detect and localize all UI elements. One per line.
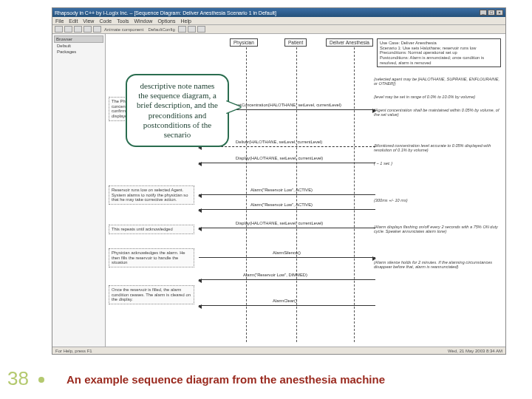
message-arrow: Display(HALOTHANE, setLevel, currentLeve… <box>199 226 375 233</box>
usecase-note: Use Case: Deliver Anesthesia Scenario 1:… <box>377 38 501 67</box>
slide-number: 38 <box>7 367 29 390</box>
right-annotation: {level may be set in range of 0.0% to 10… <box>374 95 501 99</box>
message-label: Display(HALOTHANE, setLevel, currentLeve… <box>236 221 323 225</box>
close-icon[interactable]: × <box>496 10 503 16</box>
usecase-line: Scenario 1: Use sets Halothane; reservoi… <box>380 46 498 51</box>
workspace: Browser Default Packages Physician Patie… <box>52 34 505 347</box>
toolbar-button[interactable] <box>83 26 92 33</box>
status-bar: For Help, press F1 Wed, 21 May 2003 8:34… <box>52 347 505 354</box>
toolbar-button[interactable] <box>197 26 205 33</box>
toolbar-combo[interactable]: Animate component <box>103 27 145 32</box>
left-annotation: Reservoir runs low on selected Agent. Sy… <box>109 185 194 205</box>
left-annotation: This repeats until acknowledged <box>109 225 194 234</box>
left-annotation: Once the reservoir is filled, the alarm … <box>109 285 194 304</box>
lifeline-patient[interactable]: Patient <box>284 38 307 47</box>
message-arrow: Alarm("Reservoir Low", DIMMED) <box>199 278 375 285</box>
slide-bullet-icon <box>38 377 44 383</box>
message-arrow: Alarm("Reservoir Low", ACTIVE) <box>199 208 375 215</box>
menu-help[interactable]: Help <box>181 18 191 24</box>
usecase-line: Preconditions: Normal operational set up <box>380 50 498 55</box>
maximize-icon[interactable]: □ <box>488 10 495 16</box>
toolbar-combo[interactable]: DefaultConfig <box>146 27 176 32</box>
menu-file[interactable]: File <box>55 18 64 24</box>
menu-tools[interactable]: Tools <box>117 18 129 24</box>
message-label: Alarm("Reservoir Low", ACTIVE) <box>250 202 313 207</box>
toolbar-button[interactable] <box>188 26 196 33</box>
window-controls: _ □ × <box>480 10 503 16</box>
message-label: setConcentration(HALOTHANE, setLevel, cu… <box>236 103 341 107</box>
usecase-line: Use Case: Deliver Anesthesia <box>380 41 498 46</box>
usecase-line: Postconditions: Alarm is annunciated; on… <box>380 55 498 65</box>
message-arrow: Alarm("Reservoir Low", ACTIVE) <box>199 193 375 200</box>
toolbar-button[interactable] <box>64 26 72 33</box>
lifeline-physician[interactable]: Physician <box>230 38 258 47</box>
message-arrow: AlarmClear() <box>199 304 375 311</box>
lifeline-deliver[interactable]: Deliver Anesthesia <box>326 38 373 47</box>
browser-item[interactable]: Packages <box>54 49 103 55</box>
project-browser: Browser Default Packages <box>52 34 106 347</box>
toolbar-button[interactable] <box>178 26 186 33</box>
menu-bar: File Edit View Code Tools Window Options… <box>52 17 505 25</box>
window-titlebar: Rhapsody in C++ by I-Logix Inc. – [Seque… <box>52 8 505 17</box>
menu-code[interactable]: Code <box>99 18 112 24</box>
status-left: For Help, press F1 <box>55 349 92 353</box>
menu-window[interactable]: Window <box>134 18 152 24</box>
minimize-icon[interactable]: _ <box>480 10 487 16</box>
message-label: Display(HALOTHANE, setLevel, currentLeve… <box>236 156 323 160</box>
right-annotation: {Alarm displays flashing on/off every 2 … <box>374 225 501 234</box>
menu-view[interactable]: View <box>83 18 94 24</box>
right-annotation: {Monitored concentration level accurate … <box>374 143 501 153</box>
browser-header: Browser <box>54 35 103 43</box>
status-right: Wed, 21 May 2003 8:34 AM <box>448 349 502 353</box>
left-annotation: Physician acknowledges the alarm. He the… <box>109 248 194 267</box>
message-arrow: Deliver(HALOTHANE, setLevel, currentLeve… <box>199 145 375 152</box>
callout-text: descriptive note names the sequence diag… <box>137 81 218 139</box>
slide-caption: An example sequence diagram from the ane… <box>66 373 385 386</box>
message-label: AlarmClear() <box>273 299 297 303</box>
menu-options[interactable]: Options <box>157 18 175 24</box>
right-annotation: {Alarm silence holds for 2 minutes. If t… <box>374 260 501 270</box>
window-title: Rhapsody in C++ by I-Logix Inc. – [Seque… <box>55 10 276 16</box>
message-arrow: Display(HALOTHANE, setLevel, currentLeve… <box>199 161 375 168</box>
menu-edit[interactable]: Edit <box>69 18 78 24</box>
right-annotation: { ~ 1 sec } <box>374 161 501 166</box>
toolbar-button[interactable] <box>55 26 63 33</box>
browser-item[interactable]: Default <box>54 43 103 49</box>
toolbar: Animate component DefaultConfig <box>52 25 505 34</box>
message-label: Alarm("Reservoir Low", DIMMED) <box>243 273 307 277</box>
toolbar-button[interactable] <box>74 26 82 33</box>
message-label: Alarm("Reservoir Low", ACTIVE) <box>250 188 313 192</box>
right-annotation: {Agent concentration shall be maintained… <box>374 108 501 117</box>
message-arrow: AlarmSilence() <box>199 256 375 263</box>
right-annotation: {selected agent may be [HALOTHANE, SUPRA… <box>374 77 501 86</box>
ide-screenshot: Rhapsody in C++ by I-Logix Inc. – [Seque… <box>52 7 506 355</box>
message-label: AlarmSilence() <box>273 250 301 255</box>
right-annotation: {300ms +/- 10 ms} <box>374 198 501 202</box>
message-label: Deliver(HALOTHANE, setLevel, currentLeve… <box>236 140 322 144</box>
callout-bubble: descriptive note names the sequence diag… <box>126 74 229 147</box>
toolbar-button[interactable] <box>93 26 101 33</box>
